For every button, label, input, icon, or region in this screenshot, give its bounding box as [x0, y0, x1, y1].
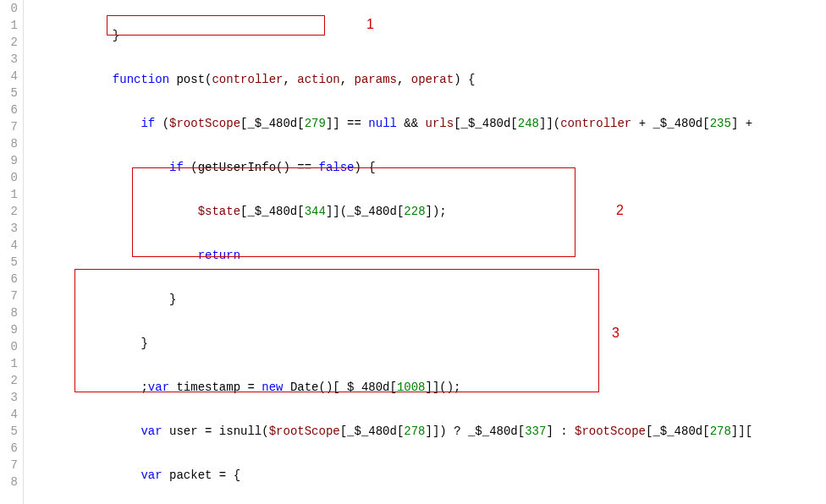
line-number: 1: [0, 355, 18, 372]
code-editor: 0 1 2 3 4 5 6 7 8 9 0 1 2 3 4 5 6 7 8 9 …: [0, 0, 826, 504]
line-number: 4: [0, 237, 18, 254]
line-number: 6: [0, 101, 18, 118]
line-number: 3: [0, 220, 18, 237]
code-line: }: [24, 27, 826, 44]
line-number: 8: [0, 304, 18, 321]
line-number: 4: [0, 406, 18, 423]
line-number: 1: [0, 186, 18, 203]
code-line: function post(controller, action, params…: [24, 71, 826, 88]
line-number: 8: [0, 474, 18, 490]
line-number: 6: [0, 440, 18, 457]
line-number: 0: [0, 338, 18, 355]
code-line: }: [24, 291, 826, 308]
line-number: 5: [0, 423, 18, 440]
code-line: }: [24, 335, 826, 352]
line-number: 0: [0, 0, 18, 17]
line-number: 2: [0, 203, 18, 220]
line-number: 5: [0, 254, 18, 271]
code-line: return: [24, 247, 826, 264]
line-number: 2: [0, 372, 18, 389]
line-number: 6: [0, 271, 18, 288]
line-number: 3: [0, 51, 18, 68]
annotation-box-3: [74, 269, 599, 392]
line-number: 5: [0, 85, 18, 101]
code-line: if (getUserInfo() == false) {: [24, 159, 826, 176]
line-number: 1: [0, 17, 18, 34]
line-number: 0: [0, 169, 18, 186]
code-area[interactable]: } function post(controller, action, para…: [24, 0, 826, 504]
line-number: 2: [0, 34, 18, 51]
code-line: ;var timestamp = new Date()[_$_480d[1008…: [24, 379, 826, 396]
code-line: var user = isnull($rootScope[_$_480d[278…: [24, 423, 826, 440]
code-line: var packet = {: [24, 467, 826, 484]
line-number: 7: [0, 457, 18, 474]
line-number: 3: [0, 389, 18, 406]
line-number: 9: [0, 321, 18, 338]
line-number: 9: [0, 152, 18, 169]
code-line: if ($rootScope[_$_480d[279]] == null && …: [24, 115, 826, 132]
code-line: $state[_$_480d[344]](_$_480d[228]);: [24, 203, 826, 220]
line-number: 8: [0, 135, 18, 152]
line-number: 7: [0, 118, 18, 135]
line-number: 4: [0, 68, 18, 85]
line-number-gutter: 0 1 2 3 4 5 6 7 8 9 0 1 2 3 4 5 6 7 8 9 …: [0, 0, 24, 504]
line-number: 7: [0, 288, 18, 304]
